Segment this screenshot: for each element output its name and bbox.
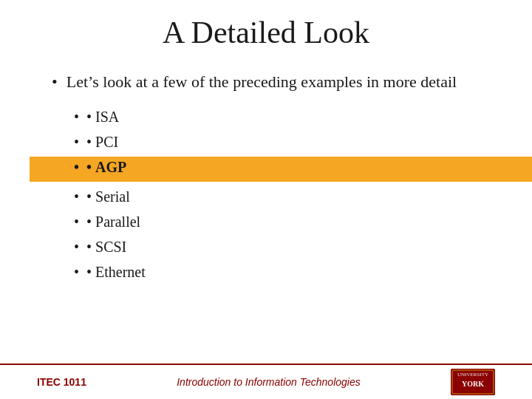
sub-bullet-label: SCSI <box>95 236 126 257</box>
sub-bullet-label: Parallel <box>95 211 140 232</box>
sub-bullet-item: • Parallel <box>74 211 495 232</box>
sub-bullet-label: Serial <box>95 186 130 207</box>
bullet-dot: • <box>86 157 95 177</box>
slide-title: A Detailed Look <box>37 15 495 50</box>
bullet-dot: • <box>86 186 95 207</box>
highlighted-bullet-row: • AGP <box>74 157 495 182</box>
sub-bullet-label: AGP <box>95 157 126 177</box>
slide: A Detailed Look Let’s look at a few of t… <box>0 0 532 399</box>
sub-bullet-label: PCI <box>95 132 118 152</box>
sub-bullet-item: • Serial <box>74 186 495 207</box>
bullet-dot: • <box>86 106 95 127</box>
main-bullet: Let’s look at a few of the preceding exa… <box>37 71 495 93</box>
main-bullet-text: Let’s look at a few of the preceding exa… <box>66 71 457 93</box>
bullet-dot: • <box>86 262 95 282</box>
sub-bullet-item: • AGP <box>74 157 126 177</box>
footer-logo: YORK UNIVERSITY <box>451 369 495 395</box>
footer-course-code: ITEC 1011 <box>37 376 86 388</box>
bullet-dot: • <box>86 132 95 152</box>
sub-bullet-item: • SCSI <box>74 236 495 257</box>
sub-bullet-item: • ISA <box>74 106 495 127</box>
svg-text:UNIVERSITY: UNIVERSITY <box>457 372 488 378</box>
footer: ITEC 1011 Introduction to Information Te… <box>0 364 532 399</box>
svg-text:YORK: YORK <box>462 380 484 388</box>
footer-course-name: Introduction to Information Technologies <box>177 376 361 388</box>
sub-bullet-label: Ethernet <box>95 262 146 282</box>
sub-bullet-item: • Ethernet <box>74 262 495 282</box>
bullet-dot: • <box>86 236 95 257</box>
bullet-dot: • <box>86 211 95 232</box>
main-content: A Detailed Look Let’s look at a few of t… <box>0 0 532 364</box>
york-logo-svg: YORK UNIVERSITY <box>451 369 495 395</box>
sub-bullet-label: ISA <box>95 106 119 127</box>
sub-bullets-container: • ISA• PCI• AGP• Serial• Parallel• SCSI•… <box>37 106 495 282</box>
sub-bullet-item: • PCI <box>74 132 495 152</box>
